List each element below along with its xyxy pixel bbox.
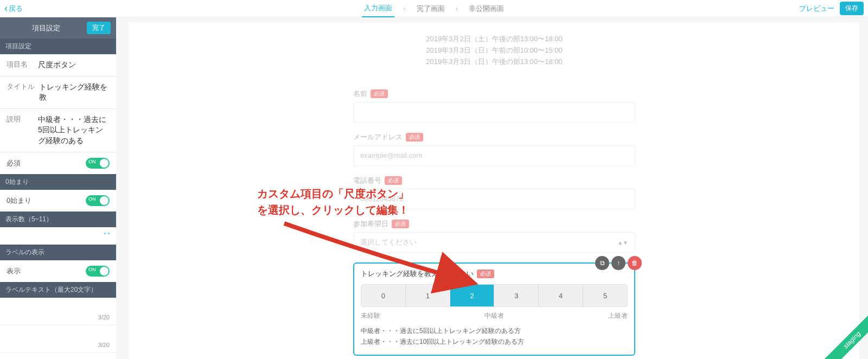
field-name: 名前必須 bbox=[353, 89, 635, 123]
required-badge: 必須 bbox=[392, 220, 409, 228]
tab-complete[interactable]: 完了画面 bbox=[414, 1, 447, 17]
row-item-name[interactable]: 項目名 尺度ボタン bbox=[0, 54, 116, 76]
section-label-display: ラベルの表示 bbox=[0, 245, 116, 260]
section-label-text: ラベルテキスト（最大20文字） bbox=[0, 282, 116, 298]
sidebar-title: 項目設定 bbox=[5, 23, 87, 33]
required-badge: 必須 bbox=[406, 133, 423, 142]
required-badge: 必須 bbox=[477, 270, 494, 278]
scale-option-0[interactable]: 0 bbox=[361, 285, 406, 306]
scale-option-2[interactable]: 2 bbox=[450, 285, 495, 306]
duplicate-button[interactable]: ⧉ bbox=[595, 256, 609, 270]
section-display-count: 表示数（5~11） bbox=[0, 211, 116, 227]
field-email: メールアドレス必須 example@mail.com bbox=[353, 132, 635, 166]
trash-icon: 🗑 bbox=[631, 259, 638, 267]
main-canvas: 2019年3月2日（土）午後の部13:00〜18:00 2019年3月3日（日）… bbox=[116, 17, 868, 359]
scale-option-1[interactable]: 1 bbox=[406, 285, 450, 306]
chevron-right-icon: › bbox=[456, 4, 458, 12]
display-count-select[interactable]: 6 ˅ ˄ bbox=[0, 227, 116, 245]
email-input[interactable]: example@mail.com bbox=[353, 145, 635, 166]
label-right-input[interactable]: 右上級者 3/20 bbox=[0, 353, 116, 359]
scale-label-right: 上級者 bbox=[608, 311, 628, 320]
show-label-toggle[interactable]: ON bbox=[86, 266, 110, 277]
label-center-input[interactable]: 中央中級者 3/20 bbox=[0, 325, 116, 353]
delete-button[interactable]: 🗑 bbox=[628, 256, 642, 270]
row-description[interactable]: 説明 中級者・・・過去に5回以上トレッキング経験のある bbox=[0, 109, 116, 152]
back-link[interactable]: 戻る bbox=[4, 3, 23, 14]
annotation-text: カスタム項目の「尺度ボタン」 を選択し、クリックして編集！ bbox=[257, 185, 409, 218]
date-select[interactable]: 選択してください▲▼ bbox=[353, 232, 635, 253]
required-badge: 必須 bbox=[371, 89, 388, 98]
scale-option-5[interactable]: 5 bbox=[583, 285, 627, 306]
section-zero-start: 0始まり bbox=[0, 174, 116, 190]
scale-label-center: 中級者 bbox=[484, 311, 504, 320]
chevron-right-icon: › bbox=[403, 4, 405, 12]
required-toggle[interactable]: ON bbox=[86, 158, 110, 169]
copy-icon: ⧉ bbox=[600, 259, 605, 267]
row-title[interactable]: タイトル トレッキング経験を教 bbox=[0, 76, 116, 109]
scale-option-3[interactable]: 3 bbox=[494, 285, 539, 306]
scale-label-left: 未経験 bbox=[361, 311, 380, 320]
done-button[interactable]: 完了 bbox=[87, 22, 111, 34]
zero-start-toggle[interactable]: ON bbox=[86, 195, 110, 206]
field-date: 参加希望日必須 選択してください▲▼ bbox=[353, 219, 635, 253]
save-button[interactable]: 保存 bbox=[840, 2, 864, 15]
row-zero-start: 0始まり ON bbox=[0, 190, 116, 211]
form-preview: 2019年3月2日（土）午後の部13:00〜18:00 2019年3月3日（日）… bbox=[129, 23, 859, 359]
tab-input[interactable]: 入力画面 bbox=[362, 0, 394, 17]
sidebar: 項目設定 完了 項目設定 項目名 尺度ボタン タイトル トレッキング経験を教 説… bbox=[0, 17, 116, 359]
section-item-settings: 項目設定 bbox=[0, 39, 116, 54]
preview-link[interactable]: プレビュー bbox=[799, 4, 834, 14]
date-info: 2019年3月2日（土）午後の部13:00〜18:00 2019年3月3日（日）… bbox=[353, 34, 635, 67]
topbar: 戻る 入力画面 › 完了画面 › 非公開画面 プレビュー 保存 bbox=[0, 0, 868, 17]
stepper-arrows-icon: ˅ ˄ bbox=[103, 232, 110, 240]
scale-buttons: 0 1 2 3 4 5 bbox=[361, 284, 628, 307]
tab-private[interactable]: 非公開画面 bbox=[467, 1, 506, 17]
tab-nav: 入力画面 › 完了画面 › 非公開画面 bbox=[362, 0, 506, 17]
label-left-input[interactable]: 左未経験 3/20 bbox=[0, 298, 116, 325]
scale-option-4[interactable]: 4 bbox=[539, 285, 583, 306]
required-badge: 必須 bbox=[385, 176, 402, 185]
scale-field-card[interactable]: ⧉ ↑ 🗑 トレッキング経験を教えてください必須 0 1 2 3 4 5 bbox=[353, 262, 635, 355]
move-up-button[interactable]: ↑ bbox=[611, 256, 626, 270]
row-show-label: 表示 ON bbox=[0, 260, 116, 282]
select-arrows-icon: ▲▼ bbox=[617, 240, 628, 246]
name-input[interactable] bbox=[353, 102, 635, 123]
row-required: 必須 ON bbox=[0, 152, 116, 174]
arrow-up-icon: ↑ bbox=[617, 259, 620, 267]
